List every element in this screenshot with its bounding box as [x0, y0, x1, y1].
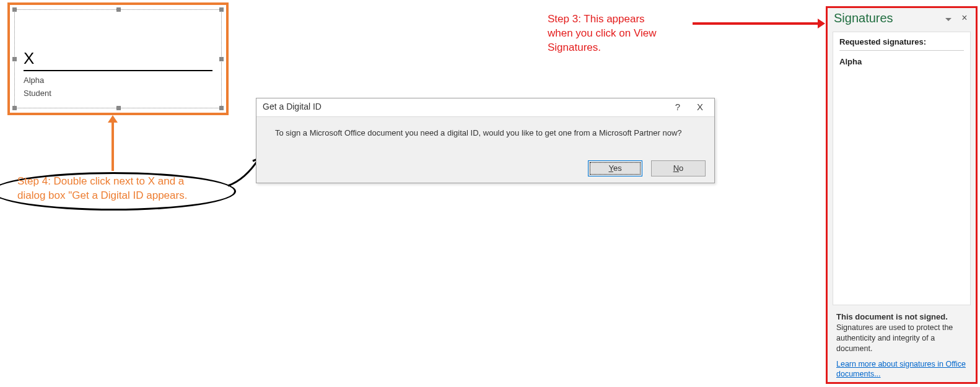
requested-signature-item[interactable]: Alpha	[839, 57, 964, 66]
resize-handle[interactable]	[12, 7, 17, 12]
yes-button[interactable]: Yes	[588, 160, 642, 176]
signer-name: Alpha	[24, 76, 44, 85]
resize-handle[interactable]	[12, 106, 17, 110]
pane-title: Signatures	[834, 11, 893, 25]
no-button[interactable]: No	[651, 160, 706, 176]
yes-hotkey: Y	[609, 163, 613, 173]
requested-signatures-heading: Requested signatures:	[839, 37, 964, 51]
resize-handle[interactable]	[12, 57, 17, 61]
signature-line-annotation-box: X Alpha Student	[7, 2, 229, 115]
close-icon[interactable]: X	[692, 100, 708, 115]
dialog-title: Get a Digital ID	[263, 102, 322, 111]
no-hotkey: N	[673, 163, 679, 173]
dialog-titlebar[interactable]: Get a Digital ID ? X	[256, 98, 714, 117]
yes-rest: es	[613, 163, 622, 173]
step4-annotation: Step 4: Double click next to X and a dia…	[17, 175, 187, 203]
no-rest: o	[679, 163, 683, 173]
pane-body: Requested signatures: Alpha	[833, 32, 971, 305]
step3-annotation: Step 3: This appears when you click on V…	[548, 12, 656, 55]
resize-handle[interactable]	[116, 7, 121, 12]
dialog-button-row: Yes No	[582, 160, 706, 176]
resize-handle[interactable]	[219, 106, 224, 110]
signatures-pane: Signatures × Requested signatures: Alpha…	[826, 6, 978, 384]
close-icon[interactable]: ×	[958, 12, 971, 25]
signer-role: Student	[24, 89, 51, 98]
signature-rule	[24, 70, 212, 71]
pane-footer: This document is not signed. Signatures …	[828, 305, 976, 385]
pane-header: Signatures ×	[828, 8, 976, 32]
signature-status: This document is not signed.	[836, 312, 948, 321]
signature-x-mark[interactable]: X	[24, 49, 34, 68]
signature-line-object[interactable]: X Alpha Student	[14, 9, 222, 108]
pane-options-icon[interactable]	[943, 14, 953, 24]
signature-description: Signatures are used to protect the authe…	[836, 323, 953, 353]
dialog-message: To sign a Microsoft Office document you …	[275, 128, 702, 137]
resize-handle[interactable]	[116, 106, 121, 110]
resize-handle[interactable]	[219, 57, 224, 61]
resize-handle[interactable]	[219, 7, 224, 12]
help-icon[interactable]: ?	[670, 100, 686, 115]
annotation-arrow	[112, 121, 114, 171]
annotation-arrow	[693, 22, 818, 25]
digital-id-dialog: Get a Digital ID ? X To sign a Microsoft…	[256, 98, 715, 183]
learn-more-link[interactable]: Learn more about signatures in Office do…	[836, 359, 967, 380]
